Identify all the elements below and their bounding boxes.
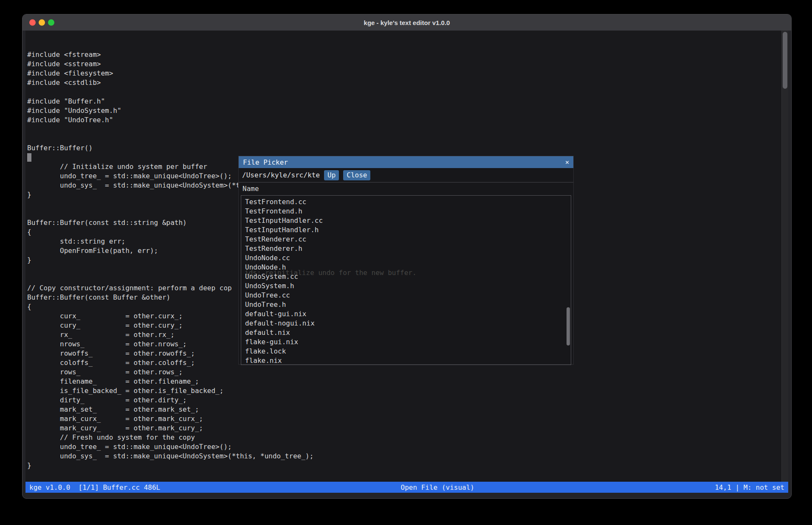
status-right: 14,1 | M: not set	[715, 483, 784, 491]
code-line: mark_set_ = other.mark_set_;	[27, 405, 781, 414]
editor-content-area: #include <fstream>#include <sstream>#inc…	[25, 31, 788, 493]
file-item[interactable]: flake-gui.nix	[241, 337, 571, 347]
editor-scrollbar[interactable]	[781, 31, 788, 482]
code-line: #include <filesystem>	[27, 69, 781, 78]
status-left: kge v1.0.0 [1/1] Buffer.cc 486L	[29, 483, 160, 491]
status-center: Open File (visual)	[160, 483, 715, 491]
code-line	[27, 125, 781, 134]
path-row: /Users/kyle/src/kte Up Close	[239, 168, 573, 182]
file-item[interactable]: UndoSystem.h	[241, 281, 571, 291]
file-item[interactable]: UndoTree.cc	[241, 291, 571, 300]
code-line: }	[27, 461, 781, 470]
file-item[interactable]: UndoNode.cc	[241, 253, 571, 263]
code-line	[27, 87, 781, 97]
code-line: #include <cstdlib>	[27, 78, 781, 87]
code-line: undo_tree_ = std::make_unique<UndoTree>(…	[27, 442, 781, 452]
text-cursor	[27, 153, 31, 162]
code-line: undo_sys_ = std::make_unique<UndoSystem>…	[27, 452, 781, 461]
file-item[interactable]: default-gui.nix	[241, 309, 571, 319]
file-picker-title: File Picker	[243, 158, 288, 166]
file-item[interactable]: TestFrontend.cc	[241, 197, 571, 207]
file-item[interactable]: UndoSystem.cc	[241, 272, 571, 281]
code-line: mark_cury_ = other.mark_cury_;	[27, 424, 781, 433]
file-item[interactable]: TestInputHandler.h	[241, 225, 571, 235]
file-item[interactable]: flake.lock	[241, 347, 571, 356]
code-line: #include "UndoTree.h"	[27, 115, 781, 125]
code-line: dirty_ = other.dirty_;	[27, 396, 781, 405]
file-item[interactable]: TestRenderer.h	[241, 244, 571, 253]
code-line: #include <fstream>	[27, 50, 781, 59]
file-item[interactable]: TestRenderer.cc	[241, 235, 571, 244]
editor-window: kge - kyle's text editor v1.0.0 #include…	[22, 14, 792, 499]
window-titlebar[interactable]: kge - kyle's text editor v1.0.0	[23, 14, 791, 31]
file-item[interactable]: TestFrontend.h	[241, 207, 571, 216]
current-path: /Users/kyle/src/kte	[242, 171, 320, 179]
minimize-window-button[interactable]	[39, 20, 45, 26]
editor-scrollbar-thumb[interactable]	[783, 32, 787, 89]
code-line: filename_ = other.filename_;	[27, 377, 781, 386]
code-line	[27, 134, 781, 143]
name-column-header: Name	[239, 182, 573, 195]
status-bar: kge v1.0.0 [1/1] Buffer.cc 486L Open Fil…	[25, 482, 788, 493]
up-button[interactable]: Up	[324, 170, 339, 180]
code-line: #include "UndoSystem.h"	[27, 106, 781, 115]
file-picker-dialog: File Picker ✕ /Users/kyle/src/kte Up Clo…	[238, 156, 574, 365]
close-window-button[interactable]	[29, 20, 36, 26]
code-line: mark_curx_ = other.mark_curx_;	[27, 414, 781, 424]
close-button[interactable]: Close	[343, 170, 370, 180]
code-line: #include "Buffer.h"	[27, 97, 781, 106]
code-line: is_file_backed_ = other.is_file_backed_;	[27, 386, 781, 396]
file-item[interactable]: default.nix	[241, 328, 571, 337]
code-line: rows_ = other.rows_;	[27, 368, 781, 377]
file-item[interactable]: flake.nix	[241, 356, 571, 365]
file-item[interactable]: default-nogui.nix	[241, 319, 571, 328]
file-item[interactable]: UndoTree.h	[241, 300, 571, 309]
file-list[interactable]: ids: reinitialize undo for the new buffe…	[241, 195, 571, 365]
file-items-container: TestFrontend.ccTestFrontend.hTestInputHa…	[241, 197, 571, 365]
close-icon[interactable]: ✕	[565, 158, 569, 166]
code-line: // Fresh undo system for the copy	[27, 433, 781, 442]
file-item[interactable]: UndoNode.h	[241, 263, 571, 272]
code-line: #include <sstream>	[27, 59, 781, 69]
code-line	[27, 470, 781, 480]
window-title: kge - kyle's text editor v1.0.0	[364, 19, 450, 26]
code-line: Buffer::Buffer()	[27, 143, 781, 153]
traffic-lights	[29, 20, 54, 26]
zoom-window-button[interactable]	[48, 20, 54, 26]
file-picker-titlebar[interactable]: File Picker ✕	[239, 156, 573, 168]
file-item[interactable]: TestInputHandler.cc	[241, 216, 571, 225]
